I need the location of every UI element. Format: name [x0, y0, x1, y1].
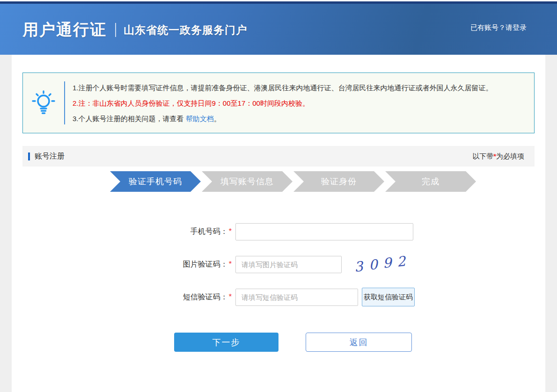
back-button[interactable]: 返回 [306, 333, 412, 352]
step-indicator: 验证手机号码 填写账号信息 验证身份 完成 [110, 171, 535, 192]
phone-input[interactable] [235, 223, 413, 240]
captcha-digit: 2 [396, 253, 407, 270]
step-verify-phone: 验证手机号码 [110, 171, 201, 192]
brand-title: 用户通行证 [22, 19, 107, 41]
main-container: 1.注册个人账号时需要填写证件信息，请提前准备身份证、港澳居民往来内地通行证、台… [12, 55, 545, 392]
sms-captcha-required-star: * [229, 293, 232, 301]
help-doc-link[interactable]: 帮助文档 [186, 115, 214, 123]
login-link[interactable]: 已有账号？请登录 [470, 23, 527, 32]
notice-line-3-text: 3.个人账号注册的相关问题，请查看 [73, 115, 186, 123]
step-complete: 完成 [385, 171, 476, 192]
phone-label: 手机号码：* [22, 227, 232, 237]
image-captcha-required-star: * [229, 260, 232, 268]
notice-line-2: 2.注：非山东省内人员身份验证，仅支持日间9：00至17：00时间段内校验。 [73, 95, 493, 111]
notice-box: 1.注册个人账号时需要填写证件信息，请提前准备身份证、港澳居民往来内地通行证、台… [22, 73, 535, 133]
section-bar: 账号注册 以下带*为必填项 [22, 146, 535, 167]
section-title: 账号注册 [28, 152, 65, 161]
step-verify-identity: 验证身份 [293, 171, 384, 192]
sms-captcha-row: 短信验证码：* 获取短信验证码 [22, 288, 535, 306]
step-fill-account-info: 填写账号信息 [202, 171, 293, 192]
image-captcha-input[interactable] [235, 256, 342, 273]
phone-required-star: * [229, 227, 232, 235]
sms-captcha-label: 短信验证码：* [22, 292, 232, 302]
phone-label-text: 手机号码： [191, 227, 228, 235]
captcha-digit: 9 [382, 255, 392, 271]
notice-line-3-period: 。 [214, 115, 221, 123]
registration-form: 手机号码：* 图片验证码：* 3 0 9 2 短信验证码：* 获取短信验证码 下… [22, 223, 535, 352]
required-note-suffix: 为必填项 [496, 152, 524, 160]
captcha-image[interactable]: 3 0 9 2 [349, 255, 411, 274]
next-step-button[interactable]: 下一步 [174, 333, 278, 352]
captcha-digit: 3 [353, 258, 364, 275]
notice-line-3: 3.个人账号注册的相关问题，请查看 帮助文档。 [73, 111, 493, 126]
image-captcha-label: 图片验证码：* [22, 260, 232, 269]
brand: 用户通行证 山东省统一政务服务门户 [22, 19, 247, 41]
form-actions: 下一步 返回 [174, 333, 535, 352]
brand-divider [115, 23, 116, 37]
get-sms-code-button[interactable]: 获取短信验证码 [362, 288, 415, 306]
sms-captcha-input[interactable] [235, 289, 358, 306]
image-captcha-label-text: 图片验证码： [183, 260, 228, 268]
notice-text: 1.注册个人账号时需要填写证件信息，请提前准备身份证、港澳居民往来内地通行证、台… [65, 80, 493, 126]
required-note: 以下带*为必填项 [472, 152, 524, 161]
section-title-text: 账号注册 [35, 152, 65, 161]
lightbulb-icon [23, 90, 64, 116]
captcha-digit: 0 [368, 256, 378, 273]
section-accent-bar [28, 152, 30, 160]
sms-captcha-label-text: 短信验证码： [183, 293, 228, 301]
brand-subtitle: 山东省统一政务服务门户 [124, 23, 247, 37]
page-header: 用户通行证 山东省统一政务服务门户 已有账号？请登录 [0, 4, 557, 55]
required-note-prefix: 以下带 [472, 152, 493, 160]
phone-row: 手机号码：* [22, 223, 535, 240]
image-captcha-row: 图片验证码：* 3 0 9 2 [22, 255, 535, 273]
notice-line-1: 1.注册个人账号时需要填写证件信息，请提前准备身份证、港澳居民往来内地通行证、台… [73, 80, 493, 95]
